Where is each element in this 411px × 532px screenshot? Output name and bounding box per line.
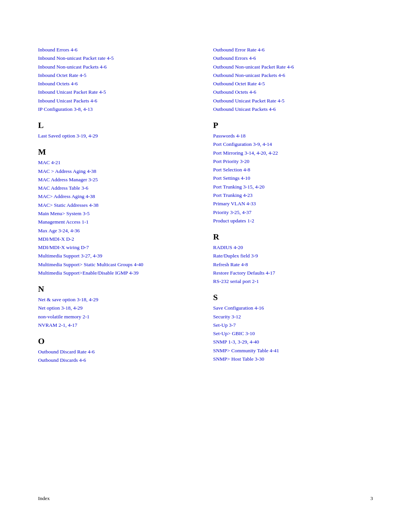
index-entry: Port Trunking 3-15, 4-20 [213, 183, 373, 191]
index-entry: Inbound Non-unicast Packets 4-6 [38, 63, 198, 71]
index-entry: Outbound Discards 4-6 [38, 356, 198, 364]
index-entry: Outbound Error Rate 4-6 [213, 46, 373, 54]
index-entry: SNMP 1-3, 3-29, 4-40 [213, 338, 373, 346]
index-entry: Inbound Unicast Packet Rate 4-5 [38, 88, 198, 96]
left-top-entries: Inbound Errors 4-6Inbound Non-unicast Pa… [38, 46, 198, 113]
index-entry: SNMP> Community Table 4-41 [213, 347, 373, 355]
index-entry: Net & save option 3-18, 4-29 [38, 296, 198, 304]
index-entry: Port Priority 3-20 [213, 157, 373, 166]
index-entry: Management Access 1-1 [38, 218, 198, 226]
index-entry: Multimedia Support> Static Multicast Gro… [38, 260, 198, 269]
index-entry: Save Configuration 4-16 [213, 304, 373, 312]
index-entry: Last Saved option 3-19, 4-29 [38, 132, 198, 140]
section-letter: O [38, 336, 198, 346]
index-entry: Outbound Errors 4-6 [213, 54, 373, 62]
index-entry: Priority 3-25, 4-37 [213, 208, 373, 217]
index-entry: Net option 3-18, 4-29 [38, 304, 198, 312]
index-entry: RADIUS 4-20 [213, 243, 373, 252]
section-letter: M [38, 147, 198, 157]
index-entry: Set-Up> GBIC 3-10 [213, 329, 373, 338]
index-entry: Port Trunking 4-23 [213, 191, 373, 200]
index-entry: Outbound Discard Rate 4-6 [38, 348, 198, 356]
right-top-entries: Outbound Error Rate 4-6Outbound Errors 4… [213, 46, 373, 113]
index-entry: Restore Factory Defaults 4-17 [213, 269, 373, 277]
index-entry: Inbound Octet Rate 4-5 [38, 71, 198, 80]
index-entry: Product updates 1-2 [213, 217, 373, 225]
index-entry: Outbound Octets 4-6 [213, 88, 373, 96]
index-entry: IP Configuration 3-8, 4-13 [38, 105, 198, 113]
index-entry: Max Age 3-24, 4-36 [38, 227, 198, 235]
section-letter: R [213, 232, 373, 242]
index-entry: Passwords 4-18 [213, 132, 373, 140]
index-entry: Main Menu> System 3-5 [38, 209, 198, 218]
index-entry: Port Settings 4-10 [213, 174, 373, 182]
index-entry: Inbound Unicast Packets 4-6 [38, 97, 198, 105]
index-entry: Set-Up 3-7 [213, 321, 373, 329]
two-column-layout: Inbound Errors 4-6Inbound Non-unicast Pa… [38, 46, 373, 476]
index-entry: non-volatile memory 2-1 [38, 313, 198, 321]
footer-label: Index [38, 495, 50, 502]
page-container: Inbound Errors 4-6Inbound Non-unicast Pa… [0, 0, 411, 532]
index-entry: MDI/MDI-X wiring D-7 [38, 243, 198, 252]
index-entry: Rate/Duplex field 3-9 [213, 252, 373, 260]
index-entry: MAC > Address Aging 4-38 [38, 167, 198, 176]
left-sections: LLast Saved option 3-19, 4-29MMAC 4-21MA… [38, 120, 198, 365]
index-entry: Inbound Errors 4-6 [38, 46, 198, 54]
footer: Index 3 [38, 492, 373, 502]
footer-page: 3 [370, 495, 373, 502]
section-letter: P [213, 120, 373, 130]
right-sections: PPasswords 4-18Port Configuration 3-9, 4… [213, 120, 373, 363]
index-entry: MAC> Static Addresses 4-38 [38, 201, 198, 209]
index-entry: SNMP> Host Table 3-30 [213, 355, 373, 363]
index-entry: Outbound Non-unicast Packet Rate 4-6 [213, 63, 373, 71]
index-entry: Port Selection 4-8 [213, 166, 373, 174]
index-entry: MAC 4-21 [38, 158, 198, 167]
index-entry: Primary VLAN 4-33 [213, 200, 373, 208]
index-entry: Security 3-12 [213, 313, 373, 321]
index-entry: RS-232 serial port 2-1 [213, 277, 373, 286]
right-column: Outbound Error Rate 4-6Outbound Errors 4… [213, 46, 373, 476]
index-entry: Inbound Octets 4-6 [38, 80, 198, 88]
index-entry: Multimedia Support 3-27, 4-39 [38, 252, 198, 260]
index-entry: Outbound Unicast Packets 4-6 [213, 105, 373, 113]
section-letter: N [38, 284, 198, 294]
index-entry: MDI/MDI-X D-2 [38, 235, 198, 243]
index-entry: Refresh Rate 4-8 [213, 260, 373, 269]
left-column: Inbound Errors 4-6Inbound Non-unicast Pa… [38, 46, 198, 476]
index-entry: Outbound Octet Rate 4-5 [213, 80, 373, 88]
index-entry: Outbound Non-unicast Packets 4-6 [213, 71, 373, 80]
index-entry: Inbound Non-unicast Packet rate 4-5 [38, 54, 198, 62]
index-entry: MAC> Address Aging 4-38 [38, 192, 198, 201]
index-entry: NVRAM 2-1, 4-17 [38, 321, 198, 329]
index-entry: Outbound Unicast Packet Rate 4-5 [213, 97, 373, 105]
index-entry: Port Mirroring 3-14, 4-20, 4-22 [213, 149, 373, 157]
section-letter: L [38, 120, 198, 130]
index-entry: Port Configuration 3-9, 4-14 [213, 140, 373, 149]
index-entry: Multimedia Support>Enable/Disable IGMP 4… [38, 269, 198, 277]
index-entry: MAC Address Manager 3-25 [38, 176, 198, 184]
index-entry: MAC Address Table 3-6 [38, 184, 198, 192]
section-letter: S [213, 292, 373, 302]
